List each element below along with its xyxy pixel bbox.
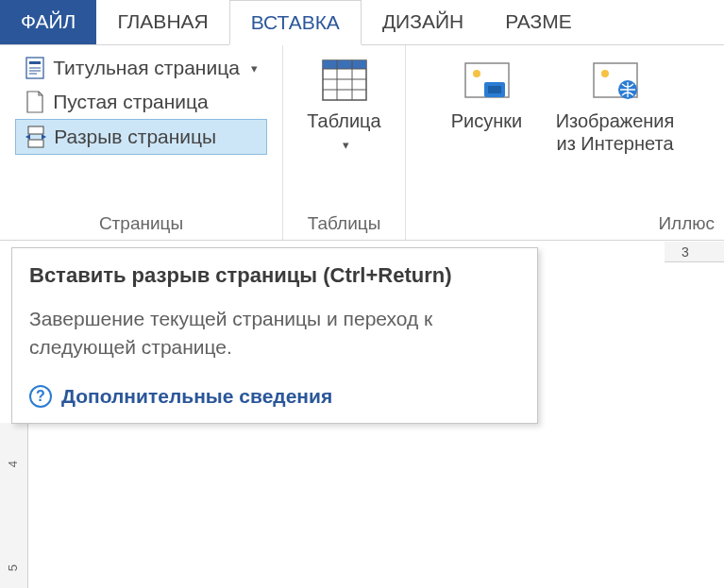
ruler-tick: 4 — [6, 461, 20, 467]
table-button[interactable]: Таблица ▾ — [297, 51, 392, 158]
svg-rect-10 — [323, 60, 366, 69]
tooltip-more-label: Дополнительные сведения — [61, 385, 332, 408]
tab-layout[interactable]: РАЗМЕ — [484, 0, 593, 44]
tooltip-description: Завершение текущей страницы и переход к … — [29, 305, 520, 362]
group-illustrations-label: Иллюс — [658, 210, 716, 236]
blank-page-icon — [25, 91, 45, 113]
page-break-button[interactable]: Разрыв страницы — [15, 119, 267, 155]
page-break-icon — [25, 126, 46, 148]
online-pictures-icon — [592, 57, 639, 104]
ribbon-tabstrip: ФАЙЛ ГЛАВНАЯ ВСТАВКА ДИЗАЙН РАЗМЕ — [0, 0, 724, 45]
vertical-ruler: 4 5 — [0, 423, 28, 588]
tooltip-popup: Вставить разрыв страницы (Ctrl+Return) З… — [11, 247, 538, 424]
pictures-label: Рисунки — [451, 109, 522, 132]
help-icon: ? — [29, 385, 52, 408]
ruler-tick: 5 — [6, 564, 20, 571]
svg-point-17 — [473, 70, 480, 77]
horizontal-ruler: 3 — [665, 242, 724, 262]
svg-marker-7 — [25, 134, 30, 140]
online-pictures-label: Изображения из Интернета — [556, 109, 675, 155]
tab-home[interactable]: ГЛАВНАЯ — [96, 0, 228, 44]
tab-design[interactable]: ДИЗАЙН — [362, 0, 484, 44]
cover-page-icon — [25, 57, 45, 79]
svg-point-21 — [601, 70, 609, 77]
online-pictures-button[interactable]: Изображения из Интернета — [540, 51, 691, 210]
tab-file[interactable]: ФАЙЛ — [0, 0, 96, 44]
svg-rect-5 — [28, 126, 43, 134]
svg-rect-6 — [28, 140, 43, 147]
table-label: Таблица — [307, 109, 380, 132]
table-icon — [321, 57, 368, 104]
pictures-icon — [463, 57, 511, 104]
document-canvas[interactable] — [28, 423, 724, 588]
cover-page-button[interactable]: Титульная страница ▾ — [15, 51, 267, 85]
svg-rect-1 — [29, 61, 41, 64]
svg-rect-19 — [488, 86, 501, 93]
blank-page-button[interactable]: Пустая страница — [15, 85, 267, 119]
tab-insert[interactable]: ВСТАВКА — [229, 0, 362, 45]
svg-marker-8 — [42, 134, 46, 140]
pictures-button[interactable]: Рисунки — [440, 51, 534, 210]
cover-page-label: Титульная страница — [53, 57, 240, 79]
ruler-tick: 3 — [682, 244, 689, 260]
group-pages: Титульная страница ▾ Пустая страница — [0, 45, 283, 240]
group-tables-label: Таблицы — [308, 210, 381, 236]
blank-page-label: Пустая страница — [53, 91, 209, 113]
group-pages-label: Страницы — [99, 210, 183, 236]
dropdown-caret-icon: ▾ — [251, 61, 258, 76]
ribbon: Титульная страница ▾ Пустая страница — [0, 45, 724, 241]
dropdown-caret-icon: ▾ — [343, 138, 349, 152]
tooltip-title: Вставить разрыв страницы (Ctrl+Return) — [29, 263, 520, 288]
tooltip-more-info-link[interactable]: ? Дополнительные сведения — [29, 385, 520, 408]
page-break-label: Разрыв страницы — [54, 126, 216, 148]
group-illustrations: Рисунки Изображения из Интернета — [406, 45, 724, 240]
group-tables: Таблица ▾ Таблицы — [283, 45, 406, 240]
